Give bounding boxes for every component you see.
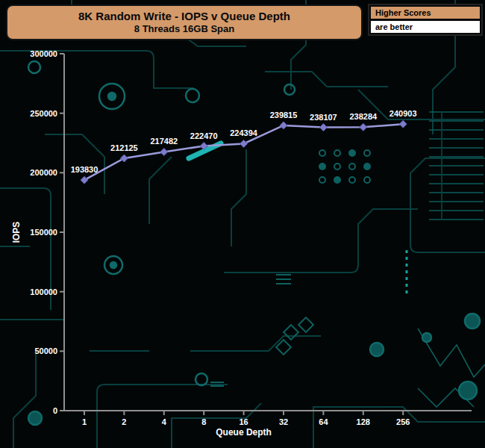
data-point-label: 217482	[150, 137, 178, 146]
data-point-marker	[81, 176, 88, 184]
data-point-marker	[200, 143, 207, 150]
y-tick-label: 0	[53, 406, 57, 415]
y-axis-title: IOPS	[11, 222, 22, 243]
y-tick-label: 200000	[30, 168, 57, 177]
chart-title-box: 8K Random Write - IOPS v Queue Depth 8 T…	[6, 4, 363, 40]
data-point-label: 193830	[71, 165, 98, 174]
chart-title: 8K Random Write - IOPS v Queue Depth	[78, 10, 290, 24]
legend-are-better: are better	[371, 21, 480, 33]
data-point-label: 224394	[230, 128, 258, 137]
x-tick-label: 64	[319, 417, 328, 426]
chart-page: 0500001000001500002000002500003000001248…	[0, 0, 485, 448]
x-axis-title: Queue Depth	[216, 427, 272, 438]
x-tick-label: 1	[82, 417, 87, 426]
x-tick-label: 16	[239, 417, 248, 426]
x-tick-label: 8	[201, 417, 206, 426]
iops-line-chart: 0500001000001500002000002500003000001248…	[0, 0, 485, 448]
y-tick-label: 150000	[30, 228, 57, 237]
x-tick-label: 256	[396, 417, 410, 426]
data-point-label: 238107	[310, 113, 337, 122]
data-point-marker	[360, 123, 367, 131]
x-tick-label: 128	[357, 417, 370, 426]
x-tick-label: 32	[279, 417, 288, 426]
data-point-marker	[160, 148, 168, 155]
legend-higher-scores: Higher Scores	[371, 7, 480, 19]
data-point-label: 222470	[190, 131, 218, 140]
y-tick-label: 50000	[34, 346, 57, 355]
data-point-marker	[399, 120, 407, 128]
data-point-marker	[240, 140, 248, 147]
legend-box: Higher Scores are better	[368, 4, 483, 36]
data-point-label: 212125	[110, 143, 138, 152]
chart-subtitle: 8 Threads 16GB Span	[134, 23, 234, 35]
data-point-marker	[120, 155, 128, 162]
y-tick-label: 100000	[30, 287, 57, 296]
x-tick-label: 2	[122, 417, 126, 426]
data-point-label: 240903	[389, 109, 417, 118]
data-point-label: 239815	[270, 111, 298, 119]
data-point-label: 238284	[349, 112, 378, 121]
y-tick-label: 300000	[30, 49, 57, 58]
y-tick-label: 250000	[30, 109, 57, 118]
data-point-marker	[280, 122, 287, 129]
data-point-marker	[319, 124, 327, 131]
x-tick-label: 4	[162, 417, 167, 426]
